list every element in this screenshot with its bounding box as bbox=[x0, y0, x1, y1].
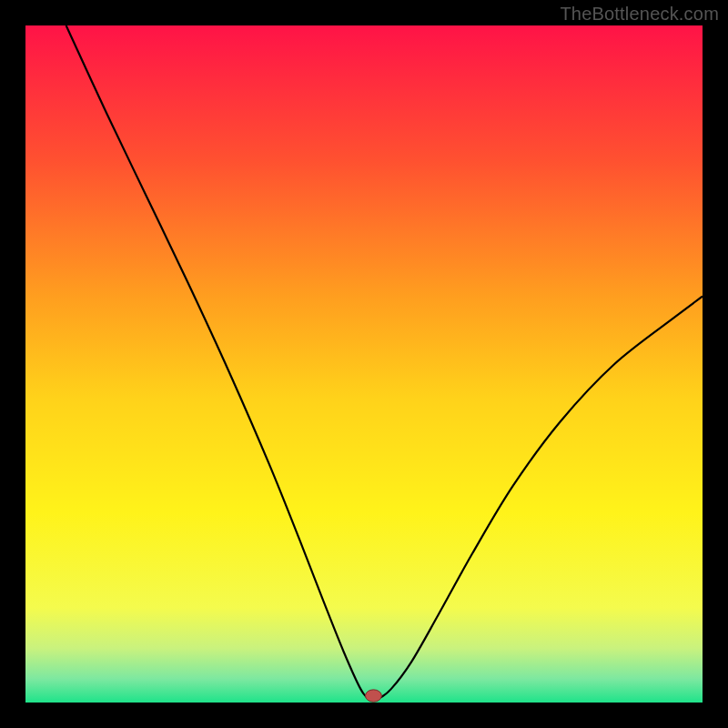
watermark-text: TheBottleneck.com bbox=[560, 4, 719, 25]
plot-area bbox=[25, 25, 703, 703]
chart-frame: TheBottleneck.com bbox=[0, 0, 728, 728]
min-marker bbox=[365, 690, 381, 702]
plot-svg bbox=[25, 25, 703, 703]
gradient-background bbox=[25, 25, 703, 703]
